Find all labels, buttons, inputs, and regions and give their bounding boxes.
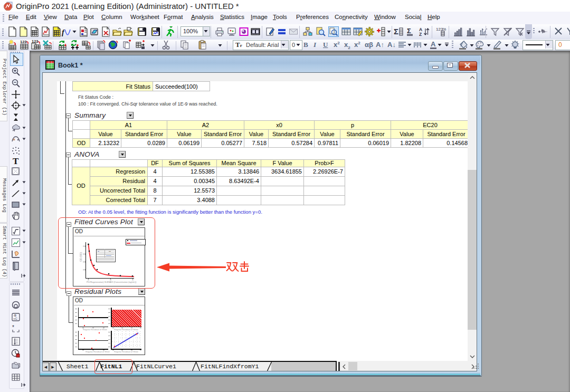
svg-text:Σ: Σ: [394, 27, 398, 36]
svg-text:Z: Z: [419, 32, 422, 37]
svg-text:T: T: [13, 156, 19, 166]
svg-text:123: 123: [20, 40, 27, 44]
svg-text:*: *: [12, 324, 14, 330]
svg-text:Σ: Σ: [407, 27, 411, 35]
svg-text:f: f: [62, 28, 65, 36]
svg-text:%: %: [443, 27, 446, 31]
svg-text:+C: +C: [13, 317, 18, 320]
